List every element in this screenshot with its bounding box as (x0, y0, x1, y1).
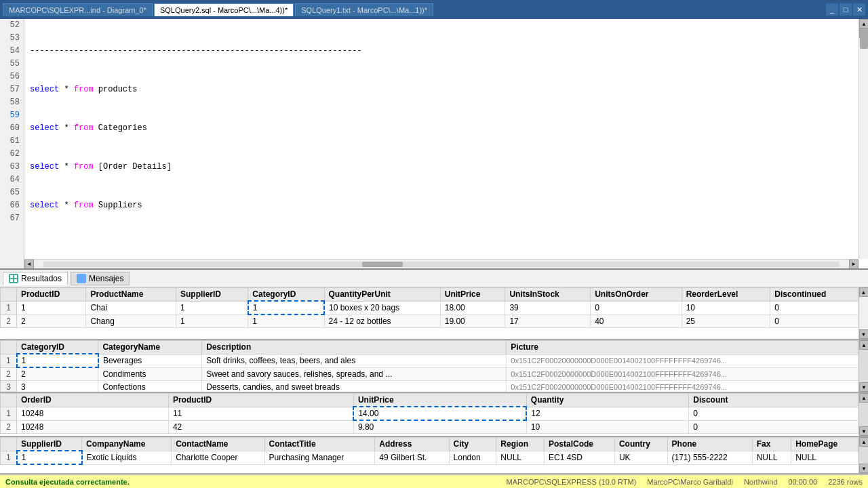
grid4-cell-country[interactable]: UK (614, 451, 667, 464)
close-button[interactable]: ✕ (853, 3, 865, 16)
grid4-col-contactname: ContactName (172, 438, 264, 451)
grid4-scroll-up[interactable]: ▲ (859, 437, 868, 447)
maximize-button[interactable]: □ (840, 3, 852, 16)
grid1-cell[interactable]: 18.00 (440, 301, 505, 314)
table-row[interactable]: 1 1 Exotic Liquids Charlotte Cooper Purc… (1, 451, 859, 464)
grid2-cell[interactable]: 0x151C2F00020000000D000E0014002100FFFFFF… (507, 367, 859, 381)
grid4-vscroll[interactable]: ▲ ▼ (859, 437, 868, 473)
grid1-cell[interactable]: 1 (176, 301, 248, 314)
tab-resultados[interactable]: Resultados (3, 272, 68, 285)
title-tab-3[interactable]: SQLQuery1.txt - MarcoPC\...\Ma...1))* (295, 3, 433, 16)
grid1-cell[interactable]: 0 (770, 314, 859, 328)
grid2-vscroll[interactable]: ▲ ▼ (859, 340, 868, 392)
grid1-cell[interactable]: 19.00 (440, 314, 505, 328)
grid3-cell[interactable]: 10248 (17, 420, 169, 434)
grid1-cell[interactable]: 2 (17, 314, 86, 328)
grid4-cell[interactable]: NULL (496, 451, 545, 464)
line-numbers: 52 53 54 55 56 57 58 59 60 61 62 63 64 6… (0, 19, 24, 268)
status-time: 00:00:00 (788, 478, 817, 486)
status-message: Consulta ejecutada correctamente. (5, 478, 130, 486)
grid4-cell[interactable]: 49 Gilbert St. (375, 451, 449, 464)
grid1-cell[interactable]: 1 (248, 314, 324, 328)
grid2-cell[interactable]: Beverages (98, 354, 202, 367)
grid4-cell-contacttitle[interactable]: Purchasing Manager (264, 451, 375, 464)
grid3-cell[interactable]: 0 (689, 407, 859, 420)
table-row[interactable]: 2 10248 42 9.80 10 0 (1, 420, 859, 434)
table-row[interactable]: 1 1 Chai 1 1 10 boxes x 20 bags 18.00 39… (1, 301, 859, 314)
grid2-cell[interactable]: Soft drinks, coffees, teas, beers, and a… (202, 354, 507, 367)
grid2-scroll-up[interactable]: ▲ (859, 340, 868, 350)
table-row[interactable]: 1 1 Beverages Soft drinks, coffees, teas… (1, 354, 859, 367)
hscroll-right-btn[interactable]: ► (849, 260, 859, 269)
grid1-scroll-up[interactable]: ▲ (859, 287, 869, 297)
grid3-scroll-track[interactable] (859, 403, 868, 426)
grid3-scroll-up[interactable]: ▲ (859, 393, 868, 403)
grid2-cell[interactable]: Sweet and savory sauces, relishes, sprea… (202, 367, 507, 381)
grid3-cell[interactable]: 11 (168, 407, 353, 420)
status-server: MARCOPC\SQLEXPRESS (10.0 RTM) (507, 478, 637, 486)
grid4-cell[interactable]: Exotic Liquids (82, 451, 172, 464)
grid4-cell[interactable]: (171) 555-2222 (667, 451, 752, 464)
grid2-cell[interactable]: 0x151C2F00020000000D000E0014002100FFFFFF… (507, 354, 859, 367)
grid2-cell-selected[interactable]: 1 (17, 354, 98, 367)
grid3-cell[interactable]: 10248 (17, 407, 169, 420)
grid3-cell[interactable]: 12 (526, 407, 688, 420)
grid3-cell[interactable]: 10 (526, 420, 688, 434)
grid4-scroll-down[interactable]: ▼ (859, 464, 868, 473)
vscroll-up-btn[interactable]: ▲ (859, 19, 868, 28)
grid4-cell[interactable]: NULL (791, 451, 859, 464)
grid2-scroll-down[interactable]: ▼ (859, 382, 868, 392)
table-row[interactable]: 2 2 Condiments Sweet and savory sauces, … (1, 367, 859, 381)
grid4-cell[interactable]: London (449, 451, 496, 464)
table-row[interactable]: 1 10248 11 14.00 12 0 (1, 407, 859, 420)
grid2-cell[interactable]: Condiments (98, 367, 202, 381)
status-bar: Consulta ejecutada correctamente. MARCOP… (0, 474, 868, 488)
grid1-cell[interactable]: 0 (591, 301, 682, 314)
table-row[interactable]: 3 3 Confections Desserts, candies, and s… (1, 381, 859, 394)
grid2-cell[interactable]: Confections (98, 381, 202, 394)
grid3-vscroll[interactable]: ▲ ▼ (859, 393, 868, 436)
grid2-cell[interactable]: 0x151C2F00020000000D000E0014002100FFFFFF… (507, 381, 859, 394)
grid3-cell[interactable]: 0 (689, 420, 859, 434)
title-tab-2[interactable]: SQLQuery2.sql - MarcoPC\...\Ma...4))* (154, 3, 294, 16)
grid1-vscroll[interactable]: ▲ ▼ (859, 287, 868, 339)
grid1-cell[interactable]: Chang (86, 314, 176, 328)
code-editor[interactable]: ----------------------------------------… (24, 19, 868, 268)
grid3-scroll-down[interactable]: ▼ (859, 426, 868, 436)
grid1-cell[interactable]: Chai (86, 301, 176, 314)
grid1-cell[interactable]: 24 - 12 oz bottles (324, 314, 440, 328)
grid1-cell[interactable]: 0 (770, 301, 859, 314)
table-row[interactable]: 2 2 Chang 1 1 24 - 12 oz bottles 19.00 1… (1, 314, 859, 328)
grid2-cell[interactable]: 2 (17, 367, 98, 381)
grid-section-2: CategoryID CategoryName Description Pict… (0, 340, 868, 393)
svg-rect-1 (14, 275, 17, 278)
hscroll-left-btn[interactable]: ◄ (24, 260, 34, 269)
grid1-cell[interactable]: 1 (17, 301, 86, 314)
grid1-cell-selected[interactable]: 1 (248, 301, 324, 314)
grid3-cell[interactable]: 42 (168, 420, 353, 434)
grid4-cell-selected[interactable]: 1 (17, 451, 82, 464)
grid4-cell-contactname[interactable]: Charlotte Cooper (172, 451, 264, 464)
grid1-cell[interactable]: 10 boxes x 20 bags (324, 301, 440, 314)
title-tab-1[interactable]: MARCOPC\SQLEXPR...ind - Diagram_0* (3, 3, 153, 16)
grid2-cell[interactable]: Desserts, candies, and sweet breads (202, 381, 507, 394)
hscroll-track[interactable] (43, 262, 840, 267)
grid1-cell[interactable]: 10 (682, 301, 770, 314)
editor-vscroll[interactable]: ▲ ▼ (859, 19, 868, 259)
grid2-scroll-track[interactable] (859, 350, 868, 382)
minimize-button[interactable]: _ (826, 3, 838, 16)
grid3-cell[interactable]: 9.80 (353, 420, 526, 434)
grid1-cell[interactable]: 17 (505, 314, 591, 328)
grid3-cell-selected[interactable]: 14.00 (353, 407, 526, 420)
grid2-col-rownum (1, 341, 17, 354)
grid1-cell[interactable]: 39 (505, 301, 591, 314)
grid1-cell[interactable]: 1 (176, 314, 248, 328)
grid4-cell[interactable]: NULL (752, 451, 791, 464)
editor-hscroll[interactable]: ◄ ► (24, 259, 859, 268)
tab-mensajes[interactable]: Mensajes (71, 272, 130, 285)
grid4-cell[interactable]: EC1 4SD (544, 451, 614, 464)
grid1-scroll-down[interactable]: ▼ (859, 329, 869, 339)
grid1-cell[interactable]: 25 (682, 314, 770, 328)
grid1-cell[interactable]: 40 (591, 314, 682, 328)
grid2-cell[interactable]: 3 (17, 381, 98, 394)
